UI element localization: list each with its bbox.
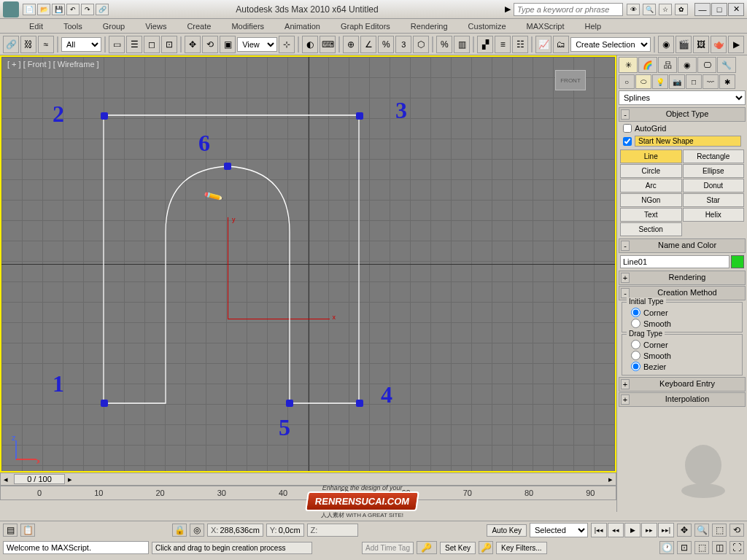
coord-x[interactable]: X:288,636cm	[207, 524, 263, 537]
nav-pan-icon[interactable]: ✥	[677, 524, 692, 537]
shape-line-button[interactable]: Line	[620, 149, 682, 163]
drag-bezier-radio[interactable]	[631, 362, 640, 371]
rollout-name-color[interactable]: -Name and Color	[619, 238, 746, 253]
subtab-lights[interactable]: 💡	[652, 74, 668, 89]
autokey-button[interactable]: Auto Key	[487, 524, 527, 537]
key-mode-dropdown[interactable]: Selected	[530, 523, 588, 537]
key-icon[interactable]: 🔑	[417, 541, 437, 554]
prev-frame-icon[interactable]: ◂◂	[608, 523, 624, 537]
shape-helix-button[interactable]: Helix	[683, 208, 745, 222]
isolate-icon[interactable]: ◎	[190, 524, 204, 537]
maxscript-listener[interactable]	[3, 541, 149, 554]
rollout-object-type[interactable]: -Object Type	[619, 107, 746, 122]
curve-editor-icon[interactable]: 📈	[535, 36, 551, 53]
percent-snap-icon[interactable]: %	[378, 36, 394, 53]
setkey-button[interactable]: Set Key	[440, 542, 476, 554]
shape-ellipse-button[interactable]: Ellipse	[683, 164, 745, 178]
keyboard-shortcut-icon[interactable]: ⌨	[320, 36, 336, 53]
menu-edit[interactable]: Edit	[29, 22, 43, 31]
render-frame-icon[interactable]: 🖼	[693, 36, 709, 53]
subtab-systems[interactable]: ✱	[719, 74, 735, 89]
drag-corner-radio[interactable]	[631, 340, 640, 349]
subtab-geometry[interactable]: ○	[619, 74, 635, 89]
select-icon[interactable]: ▭	[109, 36, 125, 53]
align-icon[interactable]: ≡	[495, 36, 511, 53]
tab-hierarchy[interactable]: 品	[658, 57, 677, 73]
goto-end-icon[interactable]: ▸▸|	[658, 523, 674, 537]
keyfilters-button[interactable]: Key Filters...	[496, 542, 547, 554]
favorite-icon[interactable]: ✿	[675, 4, 688, 15]
shape-ngon-button[interactable]: NGon	[620, 193, 682, 207]
nav-region-icon[interactable]: ◫	[712, 541, 727, 554]
nav-fov-icon[interactable]: ⬚	[712, 524, 727, 537]
shape-arc-button[interactable]: Arc	[620, 179, 682, 192]
scale-icon[interactable]: ▣	[220, 36, 236, 53]
time-config-icon[interactable]: 🕐	[659, 541, 674, 554]
category-dropdown[interactable]: Splines	[619, 90, 746, 105]
shape-circle-button[interactable]: Circle	[620, 164, 682, 178]
menu-maxscript[interactable]: MAXScript	[527, 22, 565, 31]
subtab-helpers[interactable]: □	[686, 74, 702, 89]
initial-corner-radio[interactable]	[631, 308, 640, 317]
menu-tools[interactable]: Tools	[63, 22, 82, 31]
tab-display[interactable]: 🖵	[697, 57, 716, 73]
percent-icon[interactable]: %	[436, 36, 452, 53]
rotate-icon[interactable]: ⟲	[202, 36, 218, 53]
autogrid-checkbox[interactable]	[623, 124, 632, 133]
subtab-spacewarps[interactable]: 〰	[703, 74, 719, 89]
viewport[interactable]: [ + ] [ Front ] [ Wireframe ] FRONT y x …	[0, 55, 616, 472]
layers-icon[interactable]: ☷	[512, 36, 528, 53]
redo-icon[interactable]: ↷	[81, 4, 94, 15]
close-button[interactable]: ✕	[728, 3, 744, 16]
listener-icon[interactable]: 📋	[20, 524, 35, 537]
key-mode-icon[interactable]: 🔑	[479, 541, 493, 554]
nav-maximize-icon[interactable]: ⛶	[729, 541, 744, 554]
lock-icon[interactable]: 🔒	[172, 524, 187, 537]
add-time-tag[interactable]: Add Time Tag	[362, 542, 414, 554]
tab-create[interactable]: ✳	[619, 57, 638, 73]
named-sel-icon[interactable]: ▥	[454, 36, 470, 53]
render-setup-icon[interactable]: 🎬	[676, 36, 692, 53]
star-icon[interactable]: ☆	[659, 4, 672, 15]
time-slider-value[interactable]: 0 / 100	[14, 474, 65, 484]
start-new-shape-checkbox[interactable]	[623, 137, 632, 146]
shape-section-button[interactable]: Section	[620, 222, 682, 236]
shape-text-button[interactable]: Text	[620, 208, 682, 222]
drag-smooth-radio[interactable]	[631, 351, 640, 360]
pivot-icon[interactable]: ⊹	[279, 36, 295, 53]
nav-zoom-all-icon[interactable]: ⊡	[677, 541, 692, 554]
script-toggle-icon[interactable]: ▤	[3, 524, 18, 537]
angle-snap-icon[interactable]: ∠	[360, 36, 376, 53]
menu-group[interactable]: Group	[103, 22, 125, 31]
render-icon[interactable]: 🫖	[711, 36, 727, 53]
next-frame-icon[interactable]: ▸▸	[641, 523, 657, 537]
undo-icon[interactable]: ↶	[66, 4, 80, 15]
play-icon[interactable]: ▶	[624, 523, 640, 537]
selection-filter-dropdown[interactable]: All	[61, 37, 101, 52]
menu-views[interactable]: Views	[145, 22, 166, 31]
coord-z[interactable]: Z:	[307, 524, 358, 537]
save-icon[interactable]: 💾	[52, 4, 65, 15]
nav-zoom-extents-icon[interactable]: ⬚	[694, 541, 709, 554]
select-name-icon[interactable]: ☰	[126, 36, 142, 53]
window-crossing-icon[interactable]: ⊡	[161, 36, 177, 53]
open-icon[interactable]: 📂	[37, 4, 50, 15]
search-input[interactable]	[514, 3, 623, 16]
goto-start-icon[interactable]: |◂◂	[591, 523, 607, 537]
coord-y[interactable]: Y:0,0cm	[266, 524, 304, 537]
link-tool-icon[interactable]: 🔗	[3, 36, 19, 53]
object-color-swatch[interactable]	[731, 255, 744, 268]
help-search-icon[interactable]: 🔍	[643, 4, 656, 15]
named-selection-dropdown[interactable]: Create Selection Se	[570, 37, 651, 52]
link-icon[interactable]: 🔗	[96, 4, 109, 15]
unlink-tool-icon[interactable]: ⛓	[20, 36, 36, 53]
menu-animation[interactable]: Animation	[285, 22, 320, 31]
rollout-interpolation[interactable]: +Interpolation	[619, 392, 746, 407]
minimize-button[interactable]: —	[694, 3, 711, 16]
spinner-snap-icon[interactable]: 3	[395, 36, 411, 53]
schematic-icon[interactable]: 🗂	[553, 36, 569, 53]
mirror-icon[interactable]: ▞	[477, 36, 493, 53]
move-icon[interactable]: ✥	[185, 36, 201, 53]
menu-rendering[interactable]: Rendering	[411, 22, 448, 31]
menu-create[interactable]: Create	[187, 22, 211, 31]
